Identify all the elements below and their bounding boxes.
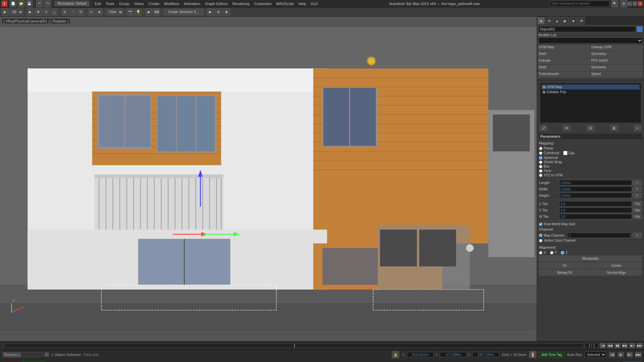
stop-btn[interactable]: ▮▮	[614, 343, 621, 348]
symmetry-btn2[interactable]: Symmetry	[591, 65, 643, 71]
length-input[interactable]	[559, 180, 632, 185]
key-mode-select[interactable]: Selected	[585, 352, 606, 358]
mapping-shrink-radio[interactable]	[539, 161, 542, 164]
percent-snap[interactable]: %	[77, 8, 85, 16]
menu-graph-editors[interactable]: Graph Editors	[203, 1, 230, 6]
filter-dropdown[interactable]: All	[9, 9, 23, 15]
shell-btn2[interactable]: Shell	[538, 65, 590, 71]
active-shade-btn[interactable]: ■	[223, 8, 230, 16]
status-end-btn[interactable]: ▶▶|	[635, 352, 641, 357]
v-tile-input[interactable]	[559, 207, 632, 213]
coords-lock-btn[interactable]: 🔒	[392, 351, 399, 358]
align-y-radio[interactable]	[550, 251, 553, 254]
settings-btn[interactable]: ⚙	[620, 0, 627, 7]
align-x-radio[interactable]	[539, 251, 542, 254]
mapping-cylindrical-radio[interactable]	[539, 152, 542, 155]
height-spinner-up[interactable]: ⇧	[633, 193, 642, 198]
mirror-btn[interactable]: ↦	[88, 8, 95, 16]
map-channel-input[interactable]	[567, 233, 631, 238]
light-btn[interactable]: 💡	[135, 8, 142, 16]
menu-tools[interactable]: Tools	[104, 1, 116, 6]
tab-display[interactable]: ■	[537, 17, 545, 24]
vertex-color-radio[interactable]	[539, 239, 542, 242]
menu-rendering[interactable]: Rendering	[230, 1, 252, 6]
new-btn[interactable]: 📄	[9, 0, 17, 7]
manipulate-btn[interactable]: Manipulate	[539, 255, 642, 261]
mapping-planar-radio[interactable]	[539, 147, 542, 150]
add-time-tag-btn[interactable]: Add Time Tag	[539, 352, 564, 358]
material-btn[interactable]: ◆	[145, 8, 152, 16]
runtime-close-btn[interactable]: ×	[44, 352, 49, 357]
cap-checkbox[interactable]	[563, 151, 568, 155]
tab-modify[interactable]: ⚙	[545, 17, 553, 24]
camera-btn[interactable]: 📷	[126, 8, 134, 16]
stack-delete-btn[interactable]: 🗑	[610, 125, 618, 131]
search-btn[interactable]: 🔍	[611, 0, 619, 7]
mapping-box-radio[interactable]	[539, 165, 542, 168]
move-btn[interactable]: ✥	[35, 8, 42, 16]
next-frame-btn[interactable]: ▶|	[629, 343, 635, 348]
x-coord-input[interactable]	[407, 352, 434, 357]
view-dropdown[interactable]: View	[106, 9, 123, 15]
close-btn[interactable]: ×	[638, 1, 643, 6]
menu-goz[interactable]: GoZ	[309, 1, 320, 6]
stack-item-editable-poly[interactable]: Editable Poly	[541, 89, 640, 95]
w-tile-input[interactable]	[559, 214, 632, 219]
redo-btn[interactable]: ↷	[44, 0, 51, 7]
object-name-input[interactable]	[538, 26, 636, 32]
maximize-btn[interactable]: □	[633, 1, 637, 6]
menu-views[interactable]: Views	[132, 1, 146, 6]
status-next-btn[interactable]: ▶|	[627, 352, 633, 357]
mapping-face-radio[interactable]	[539, 169, 542, 173]
tab-motion[interactable]: ▶	[561, 17, 569, 24]
stack-settings-btn[interactable]: ⚙	[587, 125, 594, 131]
v-flip-btn[interactable]: Flip	[633, 207, 642, 213]
play-btn[interactable]: ▶▶	[622, 343, 628, 348]
menu-group[interactable]: Group	[117, 1, 131, 6]
menu-create[interactable]: Create	[146, 1, 161, 6]
menu-maxscript[interactable]: MAXScript	[274, 1, 296, 6]
mapping-spherical-radio[interactable]	[539, 156, 542, 160]
align-btn[interactable]: ■	[96, 8, 103, 16]
menu-modifiers[interactable]: Modifiers	[162, 1, 181, 6]
fit-btn[interactable]: Fit	[539, 262, 590, 268]
turbosmooth-btn[interactable]: TurboSmooth	[538, 72, 590, 78]
save-btn[interactable]: 💾	[25, 0, 33, 7]
tab-hierarchy[interactable]: ▲	[553, 17, 561, 24]
z-coord-input[interactable]	[472, 352, 499, 357]
map-channel-spin[interactable]: ⇧	[633, 233, 642, 238]
align-z-radio[interactable]	[561, 251, 564, 254]
viewport[interactable]: [ VRayPhysicalCamera001 ] [ Realistic ]	[0, 17, 537, 341]
menu-edit[interactable]: Edit	[93, 1, 103, 6]
timeline-track[interactable]	[4, 343, 584, 348]
create-selection-set-btn[interactable]: Create Selection S...	[163, 9, 204, 15]
stack-cut-btn[interactable]: ✂	[634, 125, 641, 131]
uwv-map-btn[interactable]: UVW Map	[538, 45, 590, 51]
stack-show-btn[interactable]: 👁	[563, 125, 571, 131]
search-input[interactable]	[549, 1, 610, 7]
bitmap-fit-btn[interactable]: Bitmap Fit	[539, 269, 590, 276]
u-tile-input[interactable]	[559, 201, 632, 206]
ffd-btn[interactable]: FFD 3x3x3	[591, 58, 643, 64]
width-input[interactable]	[559, 186, 632, 192]
object-color-btn[interactable]	[637, 26, 643, 32]
shell-btn1[interactable]: Shell	[538, 52, 590, 58]
angle-snap[interactable]: ◝	[69, 8, 76, 16]
stack-item-uvw[interactable]: UVW Map	[541, 84, 640, 89]
speed-btn[interactable]: Speed	[591, 72, 643, 78]
tab-display2[interactable]: ■	[570, 17, 577, 24]
normal-align-btn[interactable]: Normal Align	[591, 269, 642, 276]
modifier-list-dropdown[interactable]	[538, 38, 643, 44]
real-world-checkbox[interactable]	[539, 223, 542, 226]
y-coord-input[interactable]	[440, 352, 467, 357]
rotate-btn[interactable]: ↻	[43, 8, 50, 16]
width-spinner-up[interactable]: ⇧	[633, 186, 642, 192]
menu-customize[interactable]: Customize	[252, 1, 274, 6]
status-prev-btn[interactable]: |◀	[609, 352, 615, 357]
map-channel-radio[interactable]	[539, 234, 542, 237]
last-frame-btn[interactable]: ▶▶|	[637, 343, 643, 348]
clock-btn[interactable]: ⏳	[529, 351, 536, 358]
menu-help[interactable]: Help	[297, 1, 308, 6]
select-btn[interactable]: ▶	[26, 8, 34, 16]
w-flip-btn[interactable]: Flip	[633, 214, 642, 219]
